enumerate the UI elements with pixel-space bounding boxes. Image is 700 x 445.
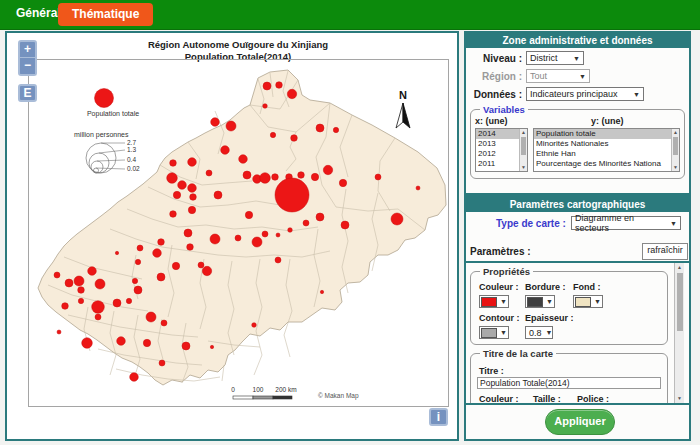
legend-value-2: 1.3: [127, 146, 136, 153]
region-select[interactable]: Tout▼: [526, 69, 590, 83]
map-type-select-value: Diagramme en secteurs: [575, 213, 666, 233]
region-label: Région :: [466, 71, 522, 82]
parametres-label: Paramètres :: [470, 246, 531, 257]
refresh-button[interactable]: rafraîchir: [642, 243, 688, 260]
x-list-scrollbar[interactable]: ▲ ▼: [519, 129, 527, 171]
fond-swatch: [575, 297, 591, 307]
couleur-swatch-select[interactable]: ▼: [479, 295, 509, 308]
chevron-down-icon: ▼: [573, 55, 580, 62]
scalebar-label-100: 100: [253, 386, 264, 393]
map-svg: Population totale million personnes 2.7 …: [28, 59, 450, 408]
couleur-swatch: [481, 297, 497, 307]
titre-couleur-label: Couleur :: [479, 394, 519, 403]
scroll-up-icon[interactable]: ▲: [675, 264, 684, 271]
region-outline: [38, 70, 446, 385]
scalebar-seg-1: [233, 396, 253, 399]
legend-leader-2: [99, 150, 125, 153]
donnees-label: Données :: [466, 89, 522, 100]
fond-label: Fond :: [573, 282, 601, 292]
bordure-swatch-select[interactable]: ▼: [525, 295, 555, 308]
variables-fieldset: Variables x: (une) y: (une) 2014 2013 20…: [470, 109, 685, 179]
y-list-scrollbar[interactable]: ▲ ▼: [671, 129, 679, 171]
scalebar-label-0: 0: [231, 386, 235, 393]
scroll-down-icon[interactable]: ▼: [520, 164, 527, 171]
chevron-down-icon: ▼: [500, 298, 507, 305]
contour-swatch-select[interactable]: ▼: [479, 326, 509, 339]
tab-general[interactable]: Général: [16, 6, 61, 20]
map-title-line1: Région Autonome Ouïgoure du Xinjiang: [28, 40, 448, 50]
zone-panel-header: Zone administrative et données: [466, 33, 689, 48]
scalebar-seg-3: [273, 396, 292, 399]
legend-scale-circle-3: [91, 161, 103, 173]
chevron-down-icon: ▼: [546, 329, 553, 336]
scroll-down-icon[interactable]: ▼: [675, 395, 684, 402]
tab-thematique[interactable]: Thématique: [58, 3, 153, 26]
bordure-swatch: [527, 297, 543, 307]
scroll-up-icon[interactable]: ▲: [520, 129, 527, 136]
zoom-in-button[interactable]: +: [18, 40, 37, 58]
separator: [466, 403, 689, 405]
map-attribution: © Makan Map: [318, 392, 359, 400]
chevron-down-icon: ▼: [546, 298, 553, 305]
y-option-minorites[interactable]: Minorités Nationales: [534, 139, 679, 149]
info-button[interactable]: i: [429, 408, 448, 426]
x-listbox[interactable]: 2014 2013 2012 2011 ▲ ▼: [475, 128, 528, 172]
scalebar-seg-2: [253, 396, 273, 399]
y-option-pourcentage[interactable]: Pourcentage des Minorités Nationa: [534, 159, 679, 169]
epaisseur-label: Epaisseur :: [525, 313, 574, 323]
region-select-value: Tout: [530, 71, 547, 81]
params-panel: Paramètres cartographiques Type de carte…: [464, 195, 691, 441]
chevron-down-icon: ▼: [633, 91, 640, 98]
y-option-population[interactable]: Population totale: [534, 129, 679, 139]
donnees-select[interactable]: Indicateurs principaux▼: [526, 87, 644, 101]
legend-value-4: 0.02: [127, 165, 140, 172]
y-axis-label: y: (une): [591, 116, 624, 126]
proprietes-legend: Propriétés: [480, 266, 533, 277]
titre-police-label: Police :: [577, 394, 609, 403]
y-scroll-thumb[interactable]: [673, 137, 678, 155]
north-label: N: [399, 89, 407, 101]
zoom-out-button[interactable]: −: [18, 58, 37, 76]
niveau-select[interactable]: District▼: [526, 51, 584, 65]
apply-button[interactable]: Appliquer: [545, 409, 615, 435]
map-type-select[interactable]: Diagramme en secteurs▼: [571, 216, 681, 230]
titre-label: Titre :: [479, 366, 504, 376]
y-listbox[interactable]: Population totale Minorités Nationales E…: [533, 128, 680, 172]
params-scroll-thumb[interactable]: [677, 273, 683, 331]
y-option-han[interactable]: Ethnie Han: [534, 149, 679, 159]
donnees-select-value: Indicateurs principaux: [530, 89, 618, 99]
variables-legend: Variables: [480, 104, 528, 115]
chevron-down-icon: ▼: [670, 220, 677, 227]
x-axis-label: x: (une): [475, 116, 508, 126]
north-arrow-right: [403, 103, 410, 128]
map-panel: Région Autonome Ouïgoure du Xinjiang Pop…: [5, 31, 459, 441]
scalebar-label-200: 200 km: [275, 386, 296, 393]
couleur-label: Couleur :: [479, 282, 519, 292]
chevron-down-icon: ▼: [594, 298, 601, 305]
titre-fieldset-legend: Titre de la carte: [480, 348, 556, 359]
params-panel-header: Paramètres cartographiques: [466, 197, 689, 212]
legend-leader-4: [96, 168, 125, 169]
proprietes-fieldset: Propriétés Couleur : Bordure : Fond : ▼ …: [470, 271, 668, 345]
contour-label: Contour :: [479, 313, 520, 323]
zone-panel: Zone administrative et données Niveau : …: [464, 31, 691, 195]
legend-symbol-label: Population totale: [87, 110, 139, 118]
titre-input[interactable]: [477, 377, 661, 389]
scroll-down-icon[interactable]: ▼: [672, 164, 679, 171]
fond-swatch-select[interactable]: ▼: [573, 295, 603, 308]
params-scroll-area: Propriétés Couleur : Bordure : Fond : ▼ …: [466, 263, 689, 403]
legend-value-1: 2.7: [127, 139, 136, 146]
export-button[interactable]: E: [18, 84, 37, 102]
epaisseur-select-value: 0.8: [529, 328, 542, 338]
titre-fieldset: Titre de la carte Titre : Couleur : Tail…: [470, 353, 668, 403]
north-arrow-left: [396, 103, 403, 128]
params-scrollbar[interactable]: ▲ ▼: [674, 263, 684, 403]
chevron-down-icon: ▼: [500, 329, 507, 336]
chevron-down-icon: ▼: [579, 73, 586, 80]
x-scroll-thumb[interactable]: [521, 137, 526, 155]
contour-swatch: [481, 328, 497, 338]
scroll-up-icon[interactable]: ▲: [672, 129, 679, 136]
legend-value-3: 0.4: [127, 156, 136, 163]
epaisseur-select[interactable]: 0.8▼: [525, 326, 553, 339]
map-type-label: Type de carte :: [496, 218, 566, 229]
